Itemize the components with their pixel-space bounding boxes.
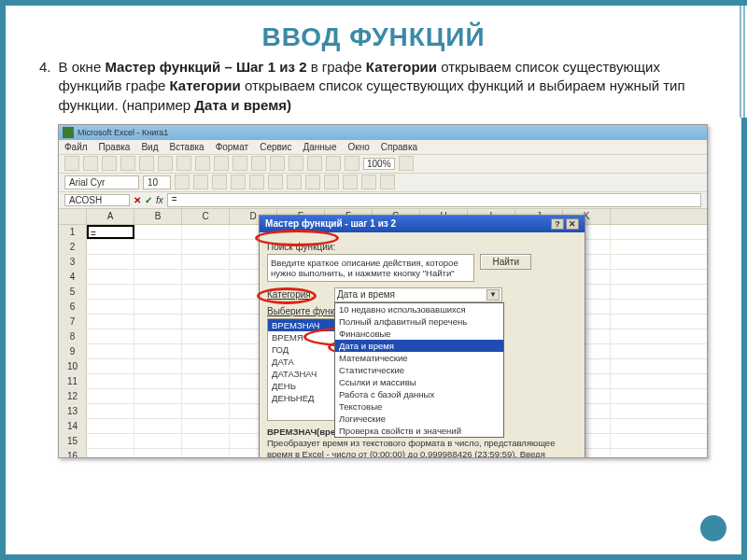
- cell[interactable]: [182, 270, 230, 284]
- menu-format[interactable]: Формат: [216, 142, 249, 152]
- chevron-down-icon[interactable]: ▼: [486, 289, 500, 301]
- close-icon[interactable]: ✕: [566, 218, 579, 230]
- menu-view[interactable]: Вид: [141, 142, 158, 152]
- cell[interactable]: [87, 389, 134, 403]
- formula-input[interactable]: =: [167, 193, 701, 207]
- cell[interactable]: [182, 315, 230, 329]
- bold-icon[interactable]: [175, 175, 190, 189]
- category-option[interactable]: Дата и время: [335, 340, 503, 352]
- cell[interactable]: [182, 344, 230, 358]
- copy-icon[interactable]: [195, 156, 210, 171]
- row-header[interactable]: 15: [59, 434, 87, 448]
- cell[interactable]: [182, 240, 230, 254]
- cell[interactable]: [87, 285, 134, 299]
- row-header[interactable]: 5: [59, 285, 87, 299]
- cell[interactable]: [182, 329, 230, 343]
- help-icon[interactable]: [399, 156, 414, 171]
- row-header[interactable]: 8: [59, 329, 87, 343]
- row-header[interactable]: 1: [59, 225, 87, 239]
- cell[interactable]: [182, 389, 230, 403]
- save-icon[interactable]: [102, 156, 117, 171]
- cell[interactable]: [87, 255, 134, 269]
- cell[interactable]: [87, 240, 134, 254]
- paste-icon[interactable]: [214, 156, 229, 171]
- cell[interactable]: [134, 389, 182, 403]
- category-option[interactable]: Ссылки и массивы: [335, 376, 503, 388]
- align-center-icon[interactable]: [249, 175, 264, 189]
- cell[interactable]: [87, 329, 134, 343]
- cell[interactable]: [134, 449, 182, 458]
- cell[interactable]: [182, 285, 230, 299]
- find-button[interactable]: Найти: [480, 254, 531, 270]
- fontcolor-icon[interactable]: [380, 175, 395, 189]
- cell[interactable]: [87, 344, 134, 358]
- cancel-icon[interactable]: ✕: [134, 195, 141, 205]
- undo-icon[interactable]: [233, 156, 247, 171]
- cell[interactable]: [182, 404, 230, 418]
- row-header[interactable]: 10: [59, 359, 87, 373]
- spell-icon[interactable]: [158, 156, 173, 171]
- fontsize-select[interactable]: 10: [143, 175, 171, 189]
- fx-icon[interactable]: fx: [156, 195, 163, 205]
- row-header[interactable]: 3: [59, 255, 87, 269]
- cell[interactable]: [87, 374, 134, 388]
- fill-icon[interactable]: [361, 175, 376, 189]
- cell[interactable]: [182, 300, 230, 314]
- cell[interactable]: [134, 359, 182, 373]
- cell[interactable]: [134, 225, 182, 239]
- font-select[interactable]: Arial Cyr: [64, 175, 139, 189]
- sum-icon[interactable]: [289, 156, 303, 171]
- row-header[interactable]: 4: [59, 270, 87, 284]
- cell[interactable]: [134, 255, 182, 269]
- cell[interactable]: [134, 404, 182, 418]
- cell[interactable]: [134, 315, 182, 329]
- cell[interactable]: [87, 315, 134, 329]
- cell[interactable]: [182, 255, 230, 269]
- cell[interactable]: [134, 240, 182, 254]
- redo-icon[interactable]: [251, 156, 266, 171]
- menu-tools[interactable]: Сервис: [260, 142, 291, 152]
- search-input[interactable]: Введите краткое описание действия, котор…: [267, 254, 474, 282]
- row-header[interactable]: 7: [59, 315, 87, 329]
- percent-icon[interactable]: [324, 175, 339, 189]
- cell[interactable]: [87, 434, 134, 448]
- menu-edit[interactable]: Правка: [99, 142, 131, 152]
- cell[interactable]: [134, 419, 182, 433]
- cell[interactable]: [134, 344, 182, 358]
- underline-icon[interactable]: [212, 175, 227, 189]
- print-icon[interactable]: [120, 156, 135, 171]
- category-option[interactable]: Логические: [335, 413, 503, 425]
- sort-asc-icon[interactable]: [307, 156, 322, 171]
- menu-help[interactable]: Справка: [381, 142, 417, 152]
- cell[interactable]: [182, 419, 230, 433]
- chart-icon[interactable]: [345, 156, 359, 171]
- cell[interactable]: [182, 225, 230, 239]
- category-option[interactable]: 10 недавно использовавшихся: [335, 303, 503, 315]
- name-box[interactable]: АСОSH: [64, 194, 130, 206]
- cell[interactable]: [134, 285, 182, 299]
- category-option[interactable]: Проверка свойств и значений: [335, 425, 503, 437]
- category-select[interactable]: Дата и время ▼ 10 недавно использовавших…: [334, 287, 502, 302]
- cell[interactable]: [182, 374, 230, 388]
- row-header[interactable]: 9: [59, 344, 87, 358]
- row-header[interactable]: 14: [59, 419, 87, 433]
- menu-window[interactable]: Окно: [348, 142, 370, 152]
- cell[interactable]: [182, 359, 230, 373]
- enter-icon[interactable]: ✓: [145, 195, 152, 205]
- category-option[interactable]: Текстовые: [335, 400, 503, 413]
- italic-icon[interactable]: [193, 175, 208, 189]
- open-icon[interactable]: [83, 156, 98, 171]
- spreadsheet-grid[interactable]: A B C D E F G H I J K 1=2345678910111213…: [59, 209, 707, 458]
- category-option[interactable]: Полный алфавитный перечень: [335, 315, 503, 328]
- currency-icon[interactable]: [305, 175, 320, 189]
- category-option[interactable]: Финансовые: [335, 328, 503, 340]
- merge-icon[interactable]: [287, 175, 302, 189]
- cell[interactable]: [182, 434, 230, 448]
- menu-file[interactable]: Файл: [64, 142, 88, 152]
- cell[interactable]: [134, 329, 182, 343]
- preview-icon[interactable]: [139, 156, 154, 171]
- cut-icon[interactable]: [176, 156, 191, 171]
- cell[interactable]: [182, 449, 230, 458]
- new-icon[interactable]: [64, 156, 79, 171]
- cell[interactable]: [87, 404, 134, 418]
